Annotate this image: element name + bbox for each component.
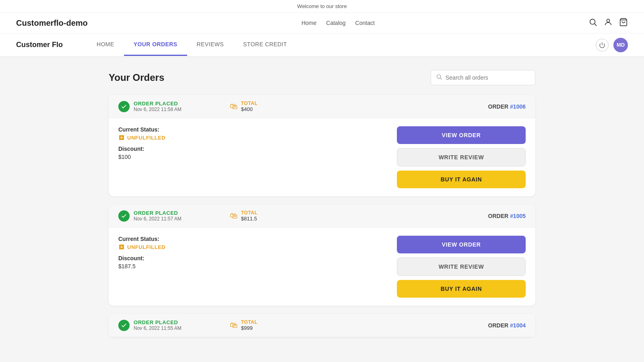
total-label-1004: TOTAL — [241, 319, 258, 325]
order-header-1006: ORDER PLACED Nov 6, 2022 11:58 AM 🛍 TOTA… — [109, 95, 535, 118]
cf-nav: Customer Flo HOME YOUR ORDERS REVIEWS ST… — [0, 33, 644, 57]
order-placed-section: ORDER PLACED Nov 6, 2022 11:58 AM — [118, 101, 182, 112]
main-content: Your Orders ORDER PLACED Nov 6, 2022 11:… — [101, 57, 543, 358]
store-nav: Customerflo-demo Home Catalog Contact — [0, 13, 644, 33]
order-check-icon-1004 — [118, 320, 130, 331]
order-card-1005: ORDER PLACED Nov 6, 2022 11:57 AM 🛍 TOTA… — [109, 204, 535, 306]
order-header-1004: ORDER PLACED Nov 6, 2022 11:55 AM 🛍 TOTA… — [109, 314, 535, 337]
order-link-1004[interactable]: #1004 — [510, 322, 526, 329]
order-check-icon — [118, 101, 130, 112]
order-body-1005: Current Status: UNFULFILLED Discount: $1… — [109, 228, 535, 306]
order-placed-date: Nov 6, 2022 11:58 AM — [134, 107, 182, 112]
announcement-bar: Welcome to our store — [0, 0, 644, 13]
cart-icon[interactable] — [619, 18, 628, 28]
cf-nav-right: MD — [596, 38, 628, 52]
nav-home[interactable]: Home — [301, 20, 316, 26]
view-order-button-1006[interactable]: VIEW ORDER — [397, 126, 526, 144]
discount-amount-1005: $187.5 — [118, 263, 397, 269]
order-body-1006: Current Status: UNFULFILLED Discount: $1… — [109, 118, 535, 196]
order-number-section-1004: ORDER #1004 — [488, 322, 526, 329]
order-status-info-1005: Current Status: UNFULFILLED Discount: $1… — [118, 236, 397, 269]
order-number-section: ORDER #1006 — [488, 103, 526, 110]
order-total-section: 🛍 TOTAL $400 — [230, 101, 258, 112]
tab-store-credit[interactable]: STORE CREDIT — [233, 34, 297, 56]
order-placed-date-1004: Nov 6, 2022 11:55 AM — [134, 325, 182, 331]
store-nav-icons — [588, 18, 628, 28]
order-link-1006[interactable]: #1006 — [510, 103, 526, 110]
svg-point-5 — [437, 75, 441, 78]
store-nav-links: Home Catalog Contact — [301, 20, 375, 26]
avatar[interactable]: MD — [613, 38, 628, 52]
search-input[interactable] — [446, 74, 530, 81]
current-status-label: Current Status: — [118, 126, 397, 133]
tab-reviews[interactable]: REVIEWS — [187, 34, 234, 56]
total-amount: $400 — [241, 106, 258, 112]
bag-icon: 🛍 — [230, 102, 238, 111]
svg-point-2 — [607, 19, 609, 22]
tab-home[interactable]: HOME — [87, 34, 124, 56]
order-actions-1005: VIEW ORDER WRITE REVIEW BUY IT AGAIN — [397, 236, 526, 298]
total-label: TOTAL — [241, 101, 258, 106]
order-placed-section-1004: ORDER PLACED Nov 6, 2022 11:55 AM — [118, 319, 182, 331]
view-order-button-1005[interactable]: VIEW ORDER — [397, 236, 526, 253]
nav-catalog[interactable]: Catalog — [326, 20, 345, 26]
svg-line-1 — [594, 24, 597, 26]
order-link-1005[interactable]: #1005 — [510, 213, 526, 219]
nav-contact[interactable]: Contact — [355, 20, 375, 26]
total-amount-1004: $999 — [241, 325, 258, 331]
current-status-label-1005: Current Status: — [118, 236, 397, 242]
cf-brand: Customer Flo — [16, 33, 63, 56]
buy-again-button-1005[interactable]: BUY IT AGAIN — [397, 280, 526, 298]
bag-icon-1005: 🛍 — [230, 211, 238, 220]
store-logo: Customerflo-demo — [16, 19, 88, 28]
total-amount-1005: $811.5 — [241, 216, 258, 222]
order-card-1004: ORDER PLACED Nov 6, 2022 11:55 AM 🛍 TOTA… — [109, 314, 535, 337]
orders-title: Your Orders — [109, 72, 164, 83]
total-label-1005: TOTAL — [241, 210, 258, 216]
discount-amount: $100 — [118, 154, 397, 160]
order-card-1006: ORDER PLACED Nov 6, 2022 11:58 AM 🛍 TOTA… — [109, 95, 535, 196]
order-status-info: Current Status: UNFULFILLED Discount: $1… — [118, 126, 397, 160]
order-check-icon-1005 — [118, 210, 130, 222]
order-actions-1006: VIEW ORDER WRITE REVIEW BUY IT AGAIN — [397, 126, 526, 188]
order-placed-label-1005: ORDER PLACED — [134, 210, 182, 216]
search-icon — [436, 74, 442, 82]
status-unfulfilled-1005: UNFULFILLED — [118, 244, 397, 250]
cf-nav-tabs: HOME YOUR ORDERS REVIEWS STORE CREDIT — [87, 34, 596, 56]
announcement-text: Welcome to our store — [297, 3, 347, 9]
discount-label-1005: Discount: — [118, 255, 397, 261]
account-icon[interactable] — [604, 18, 613, 28]
order-total-section-1004: 🛍 TOTAL $999 — [230, 319, 258, 331]
write-review-button-1005[interactable]: WRITE REVIEW — [397, 257, 526, 276]
order-placed-section-1005: ORDER PLACED Nov 6, 2022 11:57 AM — [118, 210, 182, 222]
order-placed-label: ORDER PLACED — [134, 101, 182, 107]
svg-point-0 — [590, 19, 595, 25]
write-review-button-1006[interactable]: WRITE REVIEW — [397, 148, 526, 167]
bag-icon-1004: 🛍 — [230, 321, 238, 330]
order-header-1005: ORDER PLACED Nov 6, 2022 11:57 AM 🛍 TOTA… — [109, 204, 535, 228]
order-total-section-1005: 🛍 TOTAL $811.5 — [230, 210, 258, 222]
order-placed-label-1004: ORDER PLACED — [134, 319, 182, 325]
svg-line-6 — [440, 78, 442, 80]
orders-header: Your Orders — [109, 70, 535, 85]
order-number-section-1005: ORDER #1005 — [488, 213, 526, 219]
buy-again-button-1006[interactable]: BUY IT AGAIN — [397, 171, 526, 188]
discount-label: Discount: — [118, 146, 397, 152]
search-icon[interactable] — [588, 18, 597, 28]
status-unfulfilled: UNFULFILLED — [118, 134, 397, 141]
order-placed-date-1005: Nov 6, 2022 11:57 AM — [134, 216, 182, 222]
search-box — [431, 70, 535, 85]
tab-your-orders[interactable]: YOUR ORDERS — [124, 34, 187, 56]
power-button[interactable] — [596, 39, 609, 51]
